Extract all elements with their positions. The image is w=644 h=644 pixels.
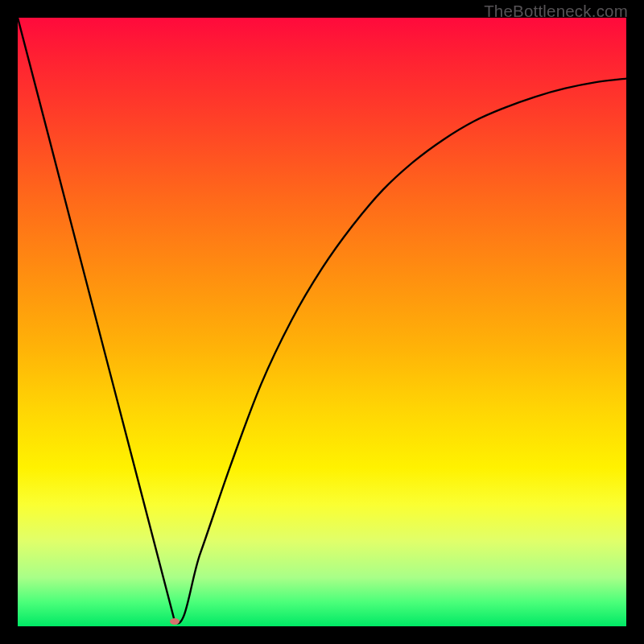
bottleneck-curve: [18, 18, 626, 626]
minimum-marker: [170, 618, 180, 625]
watermark-text: TheBottleneck.com: [484, 2, 628, 21]
plot-area: [18, 18, 626, 626]
chart-frame: TheBottleneck.com: [0, 0, 644, 644]
